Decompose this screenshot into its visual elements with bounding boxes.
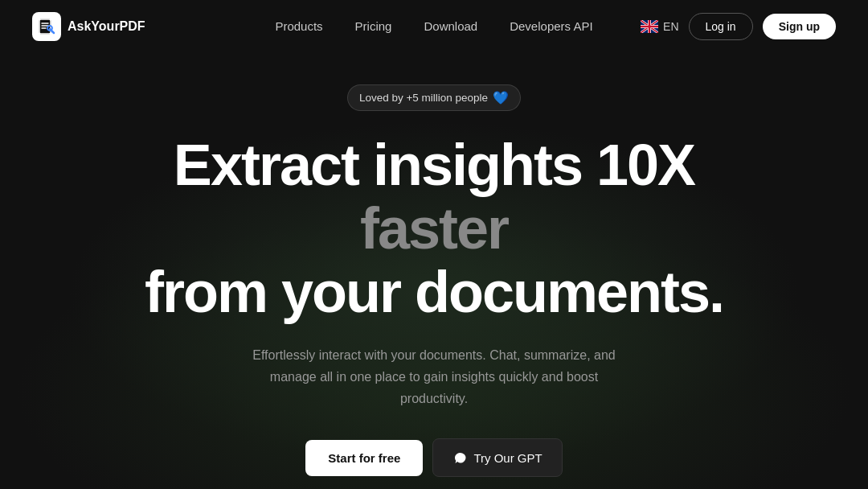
try-gpt-button[interactable]: Try Our GPT [432, 438, 562, 477]
heart-emoji: 💙 [493, 90, 509, 105]
language-selector[interactable]: EN [641, 20, 678, 33]
hero-title-10x: 10X [596, 133, 694, 197]
nav-link-products[interactable]: Products [275, 19, 322, 33]
signup-button[interactable]: Sign up [763, 14, 836, 39]
hero-buttons: Start for free Try Our GPT [305, 438, 562, 477]
hero-subtitle: Effortlessly interact with your document… [241, 344, 627, 410]
nav-right: EN Log in Sign up [641, 13, 836, 40]
flag-icon [641, 20, 658, 33]
loved-badge-text: Loved by +5 million people [359, 92, 488, 104]
loved-badge: Loved by +5 million people 💙 [347, 84, 521, 111]
login-button[interactable]: Log in [689, 13, 753, 40]
lang-label: EN [663, 20, 678, 33]
try-gpt-label: Try Our GPT [473, 451, 542, 465]
nav-link-download[interactable]: Download [424, 19, 477, 33]
logo-icon [32, 12, 61, 41]
start-for-free-button[interactable]: Start for free [305, 440, 423, 476]
logo-text: AskYourPDF [68, 19, 145, 34]
hero-title-part1: Extract insights [174, 133, 596, 197]
openai-icon [452, 450, 467, 465]
nav-link-pricing[interactable]: Pricing [355, 19, 392, 33]
nav-links: Products Pricing Download Developers API [275, 19, 592, 33]
hero-title: Extract insights 10X faster from your do… [113, 134, 755, 325]
navbar: AskYourPDF Products Pricing Download Dev… [0, 0, 868, 52]
nav-link-developers-api[interactable]: Developers API [510, 19, 592, 33]
hero-title-part2: from your documents. [145, 260, 723, 324]
hero-title-faster: faster [360, 196, 508, 261]
hero-section: Loved by +5 million people 💙 Extract ins… [0, 52, 868, 477]
nav-logo[interactable]: AskYourPDF [32, 12, 145, 41]
